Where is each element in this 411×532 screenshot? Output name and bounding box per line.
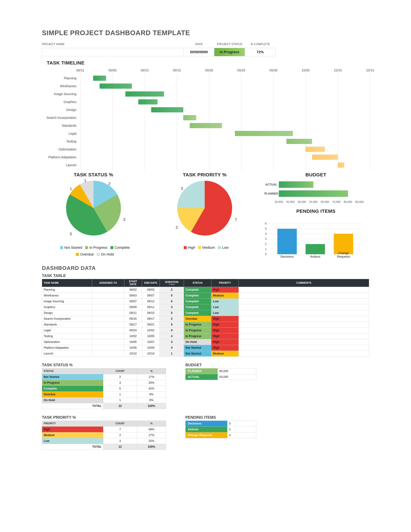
task-cell[interactable]: High [211, 322, 239, 327]
task-cell[interactable] [239, 310, 369, 316]
task-cell[interactable]: High [211, 345, 239, 351]
task-cell[interactable] [92, 322, 124, 327]
task-cell[interactable] [92, 339, 124, 345]
task-cell[interactable]: 09/07 [124, 298, 142, 304]
task-cell[interactable]: 09/02 [124, 287, 142, 293]
task-cell[interactable]: Not Started [184, 345, 211, 351]
task-cell[interactable]: 2 [160, 316, 184, 322]
task-cell[interactable]: In Progress [184, 322, 211, 327]
task-row[interactable]: Platform Adaptation10/0610/094Not Starte… [42, 345, 369, 351]
task-row[interactable]: Design09/1109/155CompleteLow [42, 310, 369, 316]
task-cell[interactable]: Complete [184, 298, 211, 304]
task-cell[interactable]: 3 [160, 339, 184, 345]
task-cell[interactable] [239, 304, 369, 310]
task-cell[interactable] [92, 316, 124, 322]
project-status-cell[interactable]: In Progress [214, 48, 245, 56]
task-cell[interactable]: 09/03 [124, 293, 142, 298]
task-cell[interactable]: Low [211, 310, 239, 316]
task-cell[interactable] [92, 327, 124, 333]
task-cell[interactable] [92, 304, 124, 310]
project-date-cell[interactable]: 00/00/0000 [184, 48, 214, 56]
task-row[interactable]: Optimization10/0510/073On HoldHigh [42, 339, 369, 345]
task-cell[interactable]: 10/06 [124, 345, 142, 351]
task-row[interactable]: Testing10/0210/054In ProgressHigh [42, 333, 369, 339]
task-row[interactable]: Search Incorporation09/1609/172OverdueHi… [42, 316, 369, 322]
task-cell[interactable] [239, 322, 369, 327]
task-cell[interactable]: Medium [211, 351, 239, 356]
task-cell[interactable]: 1 [160, 351, 184, 356]
task-cell[interactable]: In Progress [184, 327, 211, 333]
task-cell[interactable]: 3 [160, 304, 184, 310]
task-cell[interactable]: Low [211, 304, 239, 310]
task-cell[interactable]: 4 [160, 333, 184, 339]
task-cell[interactable]: 09/17 [124, 322, 142, 327]
task-cell[interactable]: Design [42, 310, 92, 316]
task-row[interactable]: Standards09/1709/215In ProgressHigh [42, 322, 369, 327]
task-cell[interactable]: Legal [42, 327, 92, 333]
task-cell[interactable]: Testing [42, 333, 92, 339]
project-name-cell[interactable] [42, 48, 184, 56]
task-cell[interactable]: High [211, 327, 239, 333]
task-cell[interactable]: 10/07 [142, 339, 160, 345]
task-cell[interactable]: Image Sourcing [42, 298, 92, 304]
task-cell[interactable]: 6 [160, 298, 184, 304]
task-cell[interactable]: 09/21 [142, 322, 160, 327]
task-cell[interactable]: 10/02 [124, 333, 142, 339]
task-cell[interactable]: Wireframes [42, 293, 92, 298]
task-cell[interactable] [239, 327, 369, 333]
task-cell[interactable]: Launch [42, 351, 92, 356]
task-cell[interactable]: Not Started [184, 351, 211, 356]
task-cell[interactable]: 5 [160, 322, 184, 327]
task-cell[interactable]: High [211, 333, 239, 339]
task-cell[interactable]: 10/05 [142, 333, 160, 339]
task-row[interactable]: Planning09/0209/032CompleteHigh [42, 287, 369, 293]
task-cell[interactable]: 09/09 [124, 304, 142, 310]
task-cell[interactable]: 09/16 [124, 316, 142, 322]
task-cell[interactable]: 09/17 [142, 316, 160, 322]
task-cell[interactable]: 09/15 [142, 310, 160, 316]
task-cell[interactable]: Complete [184, 304, 211, 310]
task-row[interactable]: Graphics09/0909/113CompleteLow [42, 304, 369, 310]
task-cell[interactable]: Graphics [42, 304, 92, 310]
task-cell[interactable] [239, 298, 369, 304]
task-cell[interactable]: 10/02 [142, 327, 160, 333]
task-cell[interactable]: Overdue [184, 316, 211, 322]
task-cell[interactable]: 5 [160, 293, 184, 298]
task-cell[interactable]: Complete [184, 310, 211, 316]
task-cell[interactable]: 10/09 [142, 345, 160, 351]
task-cell[interactable] [239, 345, 369, 351]
task-cell[interactable] [239, 316, 369, 322]
task-cell[interactable] [239, 333, 369, 339]
task-cell[interactable]: 09/03 [142, 287, 160, 293]
task-cell[interactable] [92, 333, 124, 339]
task-cell[interactable]: 10/05 [124, 339, 142, 345]
task-cell[interactable]: High [211, 316, 239, 322]
task-cell[interactable] [92, 287, 124, 293]
task-row[interactable]: Wireframes09/0309/075CompleteMedium [42, 293, 369, 298]
task-cell[interactable]: Medium [211, 293, 239, 298]
task-row[interactable]: Legal09/2410/029In ProgressHigh [42, 327, 369, 333]
task-cell[interactable]: 10/10 [142, 351, 160, 356]
task-cell[interactable]: Complete [184, 287, 211, 293]
task-cell[interactable]: Optimization [42, 339, 92, 345]
task-cell[interactable]: High [211, 339, 239, 345]
task-cell[interactable]: 09/12 [142, 298, 160, 304]
task-row[interactable]: Image Sourcing09/0709/126CompleteLow [42, 298, 369, 304]
task-cell[interactable]: 5 [160, 310, 184, 316]
task-cell[interactable]: High [211, 287, 239, 293]
task-cell[interactable]: 9 [160, 327, 184, 333]
task-cell[interactable]: 10/10 [124, 351, 142, 356]
task-cell[interactable] [239, 287, 369, 293]
task-cell[interactable] [92, 310, 124, 316]
task-row[interactable]: Launch10/1010/101Not StartedMedium [42, 351, 369, 356]
task-cell[interactable] [239, 351, 369, 356]
task-cell[interactable]: 09/11 [142, 304, 160, 310]
task-cell[interactable]: Search Incorporation [42, 316, 92, 322]
task-cell[interactable]: Low [211, 298, 239, 304]
task-cell[interactable] [239, 293, 369, 298]
task-cell[interactable]: Planning [42, 287, 92, 293]
task-cell[interactable]: 09/07 [142, 293, 160, 298]
task-cell[interactable]: On Hold [184, 339, 211, 345]
task-cell[interactable]: 09/11 [124, 310, 142, 316]
task-cell[interactable]: 09/24 [124, 327, 142, 333]
